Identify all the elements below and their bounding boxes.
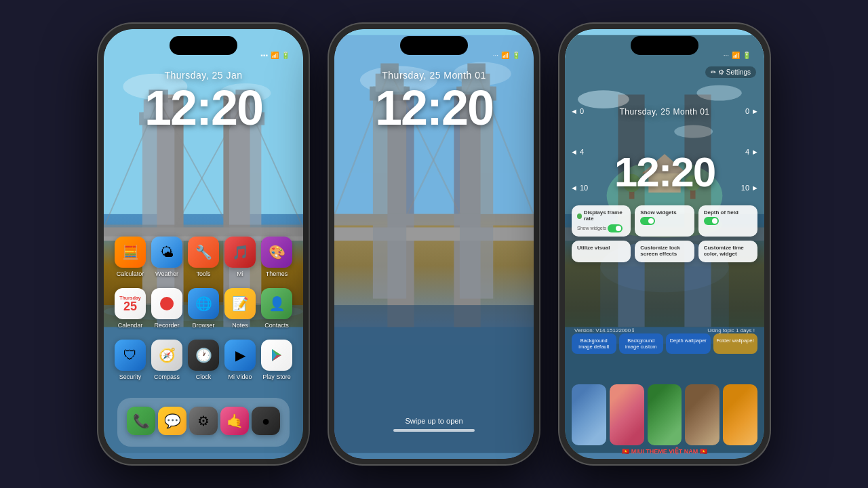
widget-depth[interactable]: Depth of field [698, 205, 757, 237]
widget-displays-frame[interactable]: Displays frame rate Show widgets [572, 205, 631, 237]
dock-heart[interactable]: 🤙 [219, 407, 250, 438]
depth-wallpaper-btn[interactable]: Depth wallpaper [666, 333, 711, 354]
dock-camera[interactable]: ● [250, 407, 281, 438]
security-label: Security [119, 373, 142, 380]
nav-right-date[interactable]: 0 ► [745, 107, 759, 119]
contacts-icon: 👤 [261, 288, 292, 319]
app-compass[interactable]: 🧭 Compass [149, 340, 185, 380]
widget-customize-time[interactable]: Customize time color, widget [698, 241, 757, 262]
miui-banner: 🇻🇳 MIUI THEME VIỆT NAM 🇻🇳 [565, 448, 764, 455]
thumb-4[interactable] [685, 384, 719, 445]
app-security[interactable]: 🛡 Security [112, 340, 149, 380]
widget-3-toggle[interactable] [704, 217, 719, 225]
calculator-label: Calculator [117, 270, 144, 277]
svg-point-51 [674, 125, 713, 138]
thumb-3[interactable] [648, 384, 682, 445]
swipe-hint[interactable]: Swipe up to open [334, 417, 534, 432]
nav-left-mid[interactable]: ◄ 10 [570, 184, 588, 192]
phone-2-frame: ··· 📶 🔋 Thursday, 25 Month 01 12:20 Swip… [329, 24, 539, 464]
thumb-2[interactable] [610, 384, 644, 445]
date-3: Thursday, 25 Month 01 [619, 107, 709, 117]
app-mivideo[interactable]: ▶ Mi Video [222, 340, 258, 380]
nav-arrows-mid: ◄ 10 10 ► [565, 184, 764, 192]
app-mi[interactable]: 🎵 Mi [222, 237, 258, 277]
notes-label: Notes [232, 322, 248, 329]
clock-label: Clock [196, 373, 212, 380]
app-row-1-2: Thursday 25 Calendar Recorder 🌐 Browser [112, 288, 295, 329]
wifi-symbol-1: 📶 [271, 52, 279, 59]
app-clock[interactable]: 🕐 Clock [185, 340, 222, 380]
mi-icon: 🎵 [224, 237, 256, 268]
calendar-icon: Thursday 25 [115, 288, 146, 319]
phone-3-frame: ··· 📶 🔋 ✏ ⚙ Settings ◄ 0 Thursday, 25 Mo… [559, 24, 770, 464]
dock-phone[interactable]: 📞 [125, 407, 157, 438]
mivideo-label: Mi Video [229, 373, 252, 380]
app-weather[interactable]: 🌤 Weather [149, 237, 185, 277]
compass-icon: 🧭 [151, 340, 182, 371]
widget-3-title: Depth of field [704, 209, 752, 216]
widget-2-toggle[interactable] [640, 217, 655, 225]
dynamic-island-3 [631, 36, 698, 55]
phone-3: ··· 📶 🔋 ✏ ⚙ Settings ◄ 0 Thursday, 25 Mo… [559, 24, 770, 464]
themes-label: Themes [266, 270, 288, 277]
thumb-5[interactable] [723, 384, 757, 445]
app-browser[interactable]: 🌐 Browser [185, 288, 222, 329]
datetime-3: Thursday, 25 Month 01 [619, 107, 709, 119]
svg-point-50 [696, 85, 741, 101]
app-row-1-3: 🛡 Security 🧭 Compass 🕐 Clock ▶ Mi Video [112, 340, 295, 380]
version-text: Version: V14.15122000 ℹ [574, 327, 634, 333]
app-grid-1: 🧮 Calculator 🌤 Weather 🔧 Tools 🎵 Mi [104, 237, 303, 391]
pencil-icon: ✏ [711, 68, 716, 76]
app-row-1-1: 🧮 Calculator 🌤 Weather 🔧 Tools 🎵 Mi [112, 237, 295, 277]
playstore-label: Play Store [262, 373, 291, 380]
battery-icon-3: 🔋 [743, 52, 751, 59]
app-calculator[interactable]: 🧮 Calculator [112, 237, 149, 277]
weather-label: Weather [155, 270, 178, 277]
status-icons-1: ▪▪▪ 📶 🔋 [260, 52, 290, 59]
thumb-1[interactable] [572, 384, 606, 445]
wallpaper-thumbnails [572, 384, 757, 445]
app-contacts[interactable]: 👤 Contacts [258, 288, 295, 329]
wifi-icon-3: 📶 [732, 52, 740, 59]
date-2: Thursday, 25 Month 01 [334, 70, 534, 81]
widget-utilize[interactable]: Utilize visual [572, 241, 631, 262]
messages-icon: 💬 [158, 407, 186, 435]
bg-custom-btn[interactable]: Background image custom [619, 333, 664, 354]
dynamic-island-1 [170, 36, 237, 55]
widget-1-title: Displays frame rate [584, 209, 626, 222]
clock-icon: 🕐 [188, 340, 219, 371]
nav-left-date[interactable]: ◄ 0 [570, 107, 584, 119]
app-playstore[interactable]: Play Store [258, 340, 295, 380]
app-tools[interactable]: 🔧 Tools [185, 237, 222, 277]
widget-area: Displays frame rate Show widgets Show wi… [572, 205, 757, 266]
compass-label: Compass [154, 373, 180, 380]
nav-right-mid[interactable]: 10 ► [741, 184, 759, 192]
status-icons-2: ··· 📶 🔋 [493, 52, 520, 59]
dock-mihome[interactable]: ⚙ [188, 407, 219, 438]
bg-default-btn[interactable]: Background image default [572, 333, 616, 354]
widget-customize-lock[interactable]: Customize lock screen effects [635, 241, 694, 262]
browser-label: Browser [192, 322, 214, 329]
calculator-icon: 🧮 [115, 237, 146, 268]
svg-rect-15 [104, 225, 303, 237]
battery-icon-1: 🔋 [281, 52, 290, 59]
app-notes[interactable]: 📝 Notes [222, 288, 258, 329]
camera-icon: ● [252, 407, 280, 435]
folder-wallpaper-btn[interactable]: Folder wallpaper [713, 333, 758, 354]
phone-1-frame: ▪▪▪ 📶 🔋 Thursday, 25 Jan 12:20 🧮 Calcula… [98, 24, 309, 464]
swipe-line [393, 429, 475, 432]
widget-2-title: Show widgets [640, 209, 688, 216]
settings-button[interactable]: ✏ ⚙ Settings [705, 66, 756, 78]
status-icons-3: ··· 📶 🔋 [724, 52, 751, 59]
app-calendar[interactable]: Thursday 25 Calendar [112, 288, 149, 329]
widget-show[interactable]: Show widgets [635, 205, 694, 237]
version-bar: Version: V14.15122000 ℹ Using topic 1 da… [565, 327, 764, 333]
widget-1-toggle[interactable] [608, 224, 623, 232]
app-themes[interactable]: 🎨 Themes [258, 237, 295, 277]
app-recorder[interactable]: Recorder [149, 288, 185, 329]
time-2: 12:20 [334, 83, 534, 132]
widget-6-title: Customize time color, widget [704, 245, 752, 257]
widget-5-title: Customize lock screen effects [640, 245, 688, 257]
dock-messages[interactable]: 💬 [157, 407, 188, 438]
swipe-text: Swipe up to open [405, 417, 462, 425]
